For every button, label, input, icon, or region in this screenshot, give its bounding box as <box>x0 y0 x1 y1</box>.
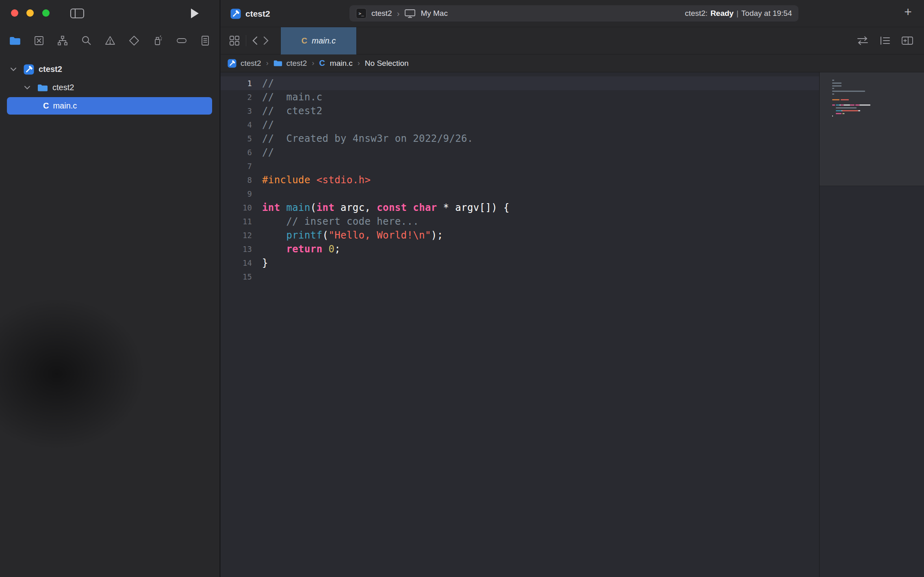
navigator-tab-bar <box>0 29 220 52</box>
test-navigator-icon[interactable] <box>128 35 140 47</box>
breadcrumb-chevron: › <box>312 59 314 67</box>
issue-navigator-icon[interactable] <box>104 35 116 47</box>
tab-bar-actions <box>857 35 913 46</box>
toggle-navigator-icon[interactable] <box>70 8 85 19</box>
status-state: Ready <box>710 9 733 18</box>
breadcrumb-selection[interactable]: No Selection <box>365 59 409 68</box>
breadcrumb-group[interactable]: ctest2 <box>286 59 307 68</box>
line-number[interactable]: 14 <box>221 256 252 270</box>
code-line-14[interactable]: 14} <box>221 256 819 270</box>
window-project-title: ctest2 <box>245 9 270 19</box>
code-text: // <box>262 118 274 132</box>
tab-main-c[interactable]: C main.c <box>280 27 357 54</box>
line-number[interactable]: 9 <box>221 187 252 201</box>
source-control-navigator-icon[interactable] <box>33 35 45 47</box>
disclosure-chevron-icon[interactable] <box>24 86 30 89</box>
tree-group-label: ctest2 <box>52 83 74 92</box>
code-line-10[interactable]: 10int main(int argc, const char * argv[]… <box>221 201 819 215</box>
line-number[interactable]: 8 <box>221 173 252 187</box>
code-text: // insert code here... <box>262 215 419 228</box>
line-number[interactable]: 2 <box>221 90 252 104</box>
minimap[interactable] <box>819 72 924 577</box>
code-text: } <box>262 256 268 270</box>
report-navigator-icon[interactable] <box>199 35 211 47</box>
project-navigator-icon[interactable] <box>9 35 21 47</box>
minimap-lines <box>832 80 870 121</box>
c-file-icon: C <box>301 36 307 46</box>
code-line-15[interactable]: 15 <box>221 270 819 284</box>
code-line-8[interactable]: 8#include <stdio.h> <box>221 173 819 187</box>
navigator-sidebar: ctest2 ctest2 C main.c <box>0 0 220 577</box>
breadcrumb-file[interactable]: main.c <box>330 59 353 68</box>
tree-row-file-selected[interactable]: C main.c <box>7 97 212 115</box>
status-project: ctest2: <box>685 9 707 18</box>
folder-icon <box>37 84 48 92</box>
c-file-icon: C <box>43 101 49 111</box>
code-text: // Created by 4nsw3r on 2022/9/26. <box>262 132 473 145</box>
library-add-button[interactable]: + <box>904 4 912 20</box>
line-number[interactable]: 6 <box>221 145 252 159</box>
tree-row-project[interactable]: ctest2 <box>0 60 220 78</box>
code-text: int main(int argc, const char * argv[]) … <box>262 201 510 215</box>
find-navigator-icon[interactable] <box>80 35 93 47</box>
run-destination-label[interactable]: My Mac <box>421 9 448 18</box>
code-text: #include <stdio.h> <box>262 173 371 187</box>
code-line-13[interactable]: 13 return 0; <box>221 242 819 256</box>
activity-status[interactable]: ctest2: Ready | Today at 19:54 <box>685 9 792 18</box>
code-lines: 1//2// main.c3// ctest24//5// Created by… <box>221 76 819 284</box>
source-editor[interactable]: 1//2// main.c3// ctest24//5// Created by… <box>221 72 819 577</box>
xcode-window: ctest2 ctest2 C main.c <box>0 0 924 577</box>
code-line-11[interactable]: 11 // insert code here... <box>221 215 819 228</box>
code-review-icon[interactable] <box>857 36 869 46</box>
line-number[interactable]: 13 <box>221 242 252 256</box>
line-number[interactable]: 3 <box>221 104 252 118</box>
line-number[interactable]: 12 <box>221 228 252 242</box>
code-line-7[interactable]: 7 <box>221 159 819 173</box>
folder-icon <box>273 60 282 67</box>
scheme-selector[interactable]: >_ ctest2 › My Mac <box>356 8 448 19</box>
code-line-6[interactable]: 6// <box>221 145 819 159</box>
editor-tab-bar: C main.c <box>221 27 924 54</box>
line-number[interactable]: 15 <box>221 270 252 284</box>
main-toolbar: ctest2 >_ ctest2 › My Mac ctest2: Ready … <box>221 0 924 27</box>
scheme-and-status-bar: >_ ctest2 › My Mac ctest2: Ready | Today… <box>349 5 798 22</box>
xcode-project-icon <box>230 9 241 19</box>
code-line-3[interactable]: 3// ctest2 <box>221 104 819 118</box>
line-number[interactable]: 10 <box>221 201 252 215</box>
code-line-12[interactable]: 12 printf("Hello, World!\n"); <box>221 228 819 242</box>
add-editor-icon[interactable] <box>901 36 913 46</box>
line-number[interactable]: 7 <box>221 159 252 173</box>
scheme-target-label[interactable]: ctest2 <box>371 9 392 18</box>
related-items-grid-icon[interactable] <box>229 35 240 46</box>
project-badge: ctest2 <box>230 0 270 27</box>
code-line-5[interactable]: 5// Created by 4nsw3r on 2022/9/26. <box>221 132 819 145</box>
run-button[interactable] <box>190 8 199 19</box>
debug-navigator-icon[interactable] <box>152 35 164 47</box>
back-chevron-icon[interactable] <box>252 36 258 45</box>
symbol-navigator-icon[interactable] <box>56 35 69 47</box>
code-text: printf("Hello, World!\n"); <box>262 228 443 242</box>
close-window-button[interactable] <box>11 9 18 17</box>
chevron-separator: › <box>397 9 400 18</box>
minimize-window-button[interactable] <box>26 9 34 17</box>
zoom-window-button[interactable] <box>42 9 50 17</box>
line-number[interactable]: 4 <box>221 118 252 132</box>
code-text: // ctest2 <box>262 104 323 118</box>
status-time: Today at 19:54 <box>741 9 792 18</box>
code-text: return 0; <box>262 242 341 256</box>
forward-chevron-icon[interactable] <box>263 36 269 45</box>
breadcrumb-project[interactable]: ctest2 <box>241 59 261 68</box>
tree-file-label: main.c <box>53 101 77 111</box>
disclosure-chevron-icon[interactable] <box>11 67 16 71</box>
breakpoint-navigator-icon[interactable] <box>176 35 188 47</box>
tree-row-group[interactable]: ctest2 <box>0 78 220 97</box>
code-line-2[interactable]: 2// main.c <box>221 90 819 104</box>
code-text: // <box>262 145 274 159</box>
code-line-1[interactable]: 1// <box>221 76 819 90</box>
line-number[interactable]: 5 <box>221 132 252 145</box>
editor-options-icon[interactable] <box>879 35 891 46</box>
code-line-4[interactable]: 4// <box>221 118 819 132</box>
code-line-9[interactable]: 9 <box>221 187 819 201</box>
line-number[interactable]: 1 <box>221 76 252 90</box>
line-number[interactable]: 11 <box>221 215 252 228</box>
